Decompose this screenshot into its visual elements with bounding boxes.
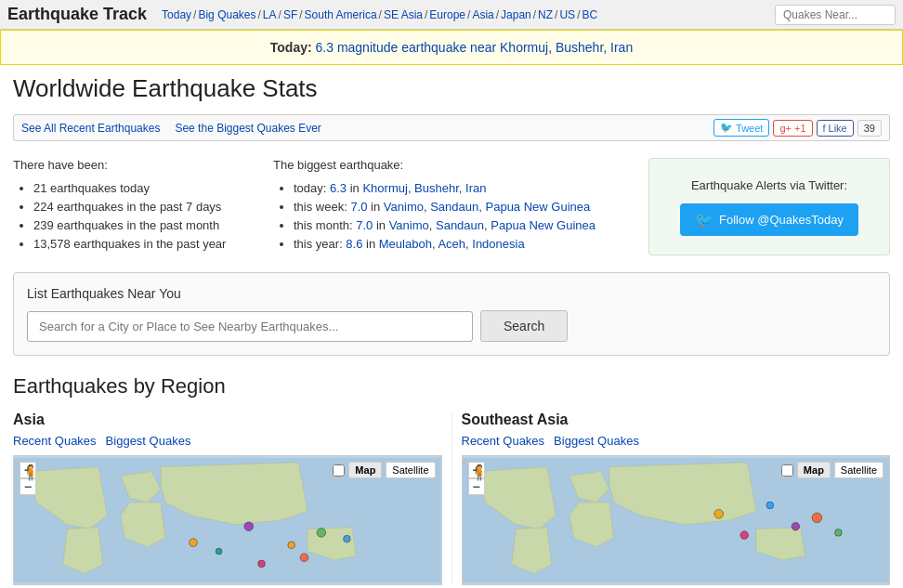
twitter-icon: 🐦 [720, 122, 733, 134]
biggest-item: this week: 7.0 in Vanimo, Sandaun, Papua… [294, 200, 648, 214]
region-links: Recent QuakesBiggest Quakes [462, 434, 891, 448]
svg-point-4 [344, 535, 351, 542]
like-count: 39 [857, 120, 882, 137]
search-button[interactable]: Search [480, 310, 568, 342]
place-link[interactable]: Aceh [438, 237, 465, 251]
recent-quakes-link[interactable]: Recent Quakes [13, 434, 97, 448]
stats-item: 239 earthquakes in the past month [33, 218, 273, 232]
nav-link-se-asia[interactable]: SE Asia [384, 8, 423, 21]
nav-separator: / [193, 8, 196, 21]
region-name: Asia [13, 412, 442, 428]
nav-link-bc[interactable]: BC [582, 8, 597, 21]
regions-grid: AsiaRecent QuakesBiggest Quakes+−🧍MapSat… [13, 412, 890, 585]
biggest-quakes-btn[interactable]: See the Biggest Quakes Ever [175, 122, 321, 135]
comma-sep: , [459, 181, 465, 195]
nav-link-sf[interactable]: SF [283, 8, 297, 21]
nav-separator: / [379, 8, 382, 21]
place-link[interactable]: Vanimo [384, 200, 424, 214]
map-type-controls: MapSatellite [333, 462, 435, 478]
biggest-prefix: today: [294, 181, 330, 195]
region-name: Southeast Asia [462, 412, 891, 428]
place-link[interactable]: Bushehr [414, 181, 459, 195]
location-search-row: Search [27, 310, 876, 342]
nav-separator: / [496, 8, 499, 21]
place-link[interactable]: Indonesia [472, 237, 524, 251]
site-title[interactable]: Earthquake Track [7, 5, 147, 24]
map-type-satellite-button[interactable]: Satellite [386, 462, 435, 478]
earthquake-alerts-box: Earthquake Alerts via Twitter: 🐦 Follow … [648, 158, 890, 255]
place-link[interactable]: Khormuj [362, 181, 407, 195]
magnitude-link[interactable]: 7.0 [350, 200, 367, 214]
search-near [775, 5, 896, 25]
biggest-item: this year: 8.6 in Meulaboh, Aceh, Indone… [294, 237, 648, 251]
place-link[interactable]: Meulaboh [379, 237, 432, 251]
svg-point-10 [713, 510, 723, 519]
follow-twitter-button[interactable]: 🐦 Follow @QuakesToday [680, 203, 858, 236]
pegman-icon[interactable]: 🧍 [470, 464, 489, 481]
nav-separator: / [425, 8, 427, 21]
biggest-prefix: this year: [294, 237, 346, 251]
map-checkbox[interactable] [781, 464, 793, 477]
location-search-title: List Earthquakes Near You [27, 286, 876, 301]
nav-link-japan[interactable]: Japan [501, 8, 531, 21]
place-link[interactable]: Papua New Guinea [491, 218, 595, 232]
biggest-quakes-link[interactable]: Biggest Quakes [106, 434, 191, 448]
quakes-near-input[interactable] [775, 5, 896, 25]
nav-link-la[interactable]: LA [263, 8, 277, 21]
gplus-button[interactable]: g+ +1 [773, 120, 812, 137]
map-container[interactable]: +−🧍MapSatellite [462, 455, 891, 585]
svg-point-6 [216, 548, 222, 555]
stats-left: There have been: 21 earthquakes today224… [13, 158, 273, 255]
nav-link-us[interactable]: US [559, 8, 575, 21]
magnitude-link[interactable]: 6.3 [330, 181, 347, 195]
place-link[interactable]: Sandaun [436, 218, 484, 232]
svg-point-3 [317, 529, 326, 538]
place-link[interactable]: Sandaun [430, 200, 478, 214]
location-search-section: List Earthquakes Near You Search [13, 272, 890, 356]
nav-separator: / [577, 8, 580, 21]
nav-link-south-america[interactable]: South America [305, 8, 377, 21]
nav-link-nz[interactable]: NZ [538, 8, 553, 21]
comma-sep: , [478, 200, 485, 214]
place-link[interactable]: Vanimo [389, 218, 429, 232]
today-label: Today: [270, 40, 312, 55]
map-type-map-button[interactable]: Map [348, 462, 382, 478]
biggest-list: today: 6.3 in Khormuj, Bushehr, Iranthis… [273, 181, 648, 251]
map-type-satellite-button[interactable]: Satellite [834, 462, 883, 478]
alerts-title: Earthquake Alerts via Twitter: [691, 178, 847, 192]
all-recent-btn[interactable]: See All Recent Earthquakes [21, 122, 160, 135]
like-button[interactable]: f Like [817, 120, 854, 137]
city-search-input[interactable] [27, 311, 473, 342]
follow-label: Follow @QuakesToday [719, 213, 844, 227]
svg-point-12 [792, 522, 800, 530]
region-links: Recent QuakesBiggest Quakes [13, 434, 442, 448]
biggest-quakes-link[interactable]: Biggest Quakes [554, 434, 639, 448]
magnitude-link[interactable]: 8.6 [346, 237, 362, 251]
biggest-prefix: this week: [294, 200, 350, 214]
map-background: +−🧍MapSatellite [14, 456, 441, 584]
stats-item: 13,578 earthquakes in the past year [33, 237, 273, 251]
region-col-southeast-asia: Southeast AsiaRecent QuakesBiggest Quake… [452, 412, 891, 585]
stats-item: 224 earthquakes in the past 7 days [33, 200, 273, 214]
place-link[interactable]: Papua New Guinea [486, 200, 591, 214]
nav-link-europe[interactable]: Europe [429, 8, 465, 21]
magnitude-link[interactable]: 7.0 [356, 218, 373, 232]
pegman-icon[interactable]: 🧍 [21, 464, 40, 481]
comma-sep: , [429, 218, 436, 232]
in-text: in [347, 181, 362, 195]
nav-link-asia[interactable]: Asia [472, 8, 493, 21]
map-type-map-button[interactable]: Map [797, 462, 831, 478]
place-link[interactable]: Iran [465, 181, 486, 195]
nav-link-big-quakes[interactable]: Big Quakes [198, 8, 255, 21]
nav-link-today[interactable]: Today [162, 8, 191, 21]
alert-link[interactable]: 6.3 magnitude earthquake near Khormuj, B… [316, 40, 634, 55]
page-title: Worldwide Earthquake Stats [13, 74, 890, 103]
tweet-button[interactable]: 🐦 Tweet [713, 119, 769, 137]
map-checkbox[interactable] [333, 464, 345, 477]
nav-separator: / [533, 8, 536, 21]
map-container[interactable]: +−🧍MapSatellite [13, 455, 442, 585]
svg-point-15 [739, 531, 748, 540]
recent-quakes-link[interactable]: Recent Quakes [462, 434, 545, 448]
in-text: in [373, 218, 388, 232]
stats-left-heading: There have been: [13, 158, 273, 172]
